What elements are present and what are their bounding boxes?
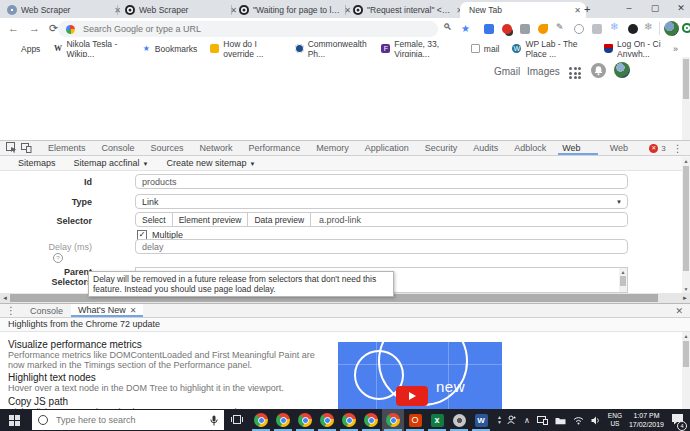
drawer-tab-whats-new[interactable]: What's New ✕ bbox=[71, 304, 143, 317]
browser-tab-2[interactable]: Web Scraper ✕ bbox=[120, 2, 242, 18]
whats-new-section-title[interactable]: Highlight text nodes bbox=[8, 372, 96, 383]
taskbar-chrome-icon-active[interactable] bbox=[382, 409, 404, 431]
devtools-tab-console[interactable]: Console bbox=[94, 141, 143, 155]
omnibox-input[interactable] bbox=[81, 23, 430, 35]
status-green-icon[interactable] bbox=[682, 23, 690, 33]
new-tab-button[interactable]: + bbox=[584, 3, 590, 15]
extension-icon-1[interactable] bbox=[484, 24, 494, 34]
images-link[interactable]: Images bbox=[527, 66, 560, 77]
darkmode-extension-icon[interactable] bbox=[628, 24, 638, 34]
browser-tab-4[interactable]: "Request interval" <--> "Pa ✕ bbox=[348, 2, 468, 18]
bookmark-mail[interactable]: mail bbox=[471, 44, 500, 54]
bookmark-apps[interactable]: Apps bbox=[8, 44, 40, 54]
scroll-down-icon[interactable]: ▼ bbox=[682, 286, 690, 292]
youtube-play-button[interactable] bbox=[396, 386, 428, 406]
error-badge-icon[interactable]: ✕ bbox=[649, 144, 658, 153]
data-preview-button[interactable]: Data preview bbox=[247, 212, 311, 227]
menu-sitemaps[interactable]: Sitemaps bbox=[18, 158, 56, 168]
drawer-close-icon[interactable]: ✕ bbox=[675, 306, 683, 316]
taskbar-chrome-icon-4[interactable] bbox=[316, 409, 338, 431]
devtools-tab-network[interactable]: Network bbox=[192, 141, 241, 155]
adblock-extension-icon[interactable] bbox=[502, 24, 512, 34]
whats-new-section-title[interactable]: Copy JS path bbox=[8, 396, 68, 407]
devtools-tab-elements[interactable]: Elements bbox=[40, 141, 94, 155]
forward-icon[interactable]: → bbox=[29, 22, 40, 34]
devtools-tab-audits[interactable]: Audits bbox=[465, 141, 506, 155]
browser-tab-new-tab[interactable]: New Tab ✕ bbox=[460, 2, 586, 18]
bookmark-star-icon[interactable]: ★ bbox=[461, 23, 470, 34]
snowflake-extension-icon[interactable]: ❄ bbox=[610, 21, 618, 32]
taskbar-excel-icon[interactable]: x bbox=[426, 409, 448, 431]
taskbar-search-input[interactable] bbox=[54, 414, 198, 426]
taskbar-search-box[interactable] bbox=[32, 410, 224, 430]
scrollbar-thumb[interactable] bbox=[620, 276, 626, 286]
menu-create-new-sitemap[interactable]: Create new sitemap▼ bbox=[167, 158, 256, 168]
zoom-icon[interactable]: 🔍︎ bbox=[443, 22, 452, 32]
wifi-icon[interactable] bbox=[573, 416, 584, 425]
eyedropper-extension-icon[interactable]: ✎ bbox=[556, 22, 564, 32]
microphone-icon[interactable] bbox=[210, 415, 218, 426]
devtools-scrollbar[interactable]: ▲ ▼ bbox=[682, 157, 690, 293]
task-view-icon[interactable] bbox=[231, 411, 243, 429]
bookmark-bookmarks-folder[interactable]: ★ Bookmarks bbox=[142, 44, 198, 54]
devtools-tab-memory[interactable]: Memory bbox=[308, 141, 357, 155]
profile-avatar[interactable] bbox=[664, 21, 679, 36]
bookmark-log-on-ci-anywhere[interactable]: Log On - Ci Anywh... bbox=[604, 39, 677, 59]
taskbar-chrome-icon-5[interactable] bbox=[338, 409, 360, 431]
taskbar-recorder-icon[interactable] bbox=[448, 409, 470, 431]
device-toolbar-icon[interactable] bbox=[21, 139, 32, 157]
devtools-tab-sources[interactable]: Sources bbox=[143, 141, 192, 155]
back-icon[interactable]: ← bbox=[8, 22, 19, 34]
extension-icon-4[interactable] bbox=[538, 24, 548, 34]
devtools-tab-security[interactable]: Security bbox=[417, 141, 466, 155]
scroll-up-icon[interactable]: ▲ bbox=[619, 269, 627, 275]
speaker-icon[interactable] bbox=[591, 416, 601, 425]
delay-field[interactable] bbox=[135, 239, 628, 254]
language-indicator[interactable]: ENG US bbox=[608, 412, 622, 428]
scroll-left-icon[interactable]: ◄ bbox=[2, 294, 8, 302]
element-preview-button[interactable]: Element preview bbox=[172, 212, 249, 227]
whats-new-section-title[interactable]: Visualize performance metrics bbox=[8, 339, 142, 350]
drawer-kebab-menu-icon[interactable]: ⋮ bbox=[6, 305, 16, 316]
taskbar-word-icon[interactable]: W bbox=[470, 409, 492, 431]
bookmark-wp-lab[interactable]: W WP Lab - The Place ... bbox=[512, 39, 591, 59]
id-input[interactable] bbox=[136, 177, 627, 187]
start-button[interactable] bbox=[9, 415, 20, 426]
scroll-up-icon[interactable]: ▲ bbox=[682, 158, 690, 164]
chevron-down-icon[interactable]: ▼ bbox=[497, 420, 502, 425]
extension-icon-7[interactable] bbox=[592, 24, 602, 34]
type-select[interactable]: Link ▼ bbox=[135, 194, 628, 209]
drawer-tab-console[interactable]: Console bbox=[22, 306, 71, 316]
listbox-scrollbar[interactable]: ▲ bbox=[619, 268, 627, 292]
menu-sitemap-accfinal[interactable]: Sitemap accfinal▼ bbox=[74, 158, 149, 168]
select-button[interactable]: Select bbox=[135, 212, 173, 227]
devtools-tab-adblock-plus[interactable]: Adblock Plus bbox=[506, 141, 554, 155]
clock[interactable]: 1:07 PM 17/02/2019 bbox=[629, 411, 664, 429]
selector-field[interactable] bbox=[310, 212, 628, 227]
bookmark-commonwealth[interactable]: Commonwealth Ph... bbox=[295, 39, 369, 59]
devtools-tab-performance[interactable]: Performance bbox=[241, 141, 309, 155]
window-close-button[interactable]: ✕ bbox=[672, 0, 690, 16]
taskbar-chrome-icon-6[interactable] bbox=[360, 409, 382, 431]
notification-bell-icon[interactable] bbox=[591, 63, 606, 78]
tab-close-icon[interactable]: ✕ bbox=[574, 6, 581, 15]
folder-icon[interactable] bbox=[555, 416, 566, 425]
window-minimize-button[interactable]: – bbox=[620, 0, 638, 16]
taskbar-office-icon[interactable]: O bbox=[404, 409, 426, 431]
extension-icon-6[interactable] bbox=[574, 24, 584, 34]
device-icon[interactable] bbox=[537, 416, 548, 425]
devtools-tab-web-scraper[interactable]: Web Scraper bbox=[554, 141, 602, 155]
google-account-avatar[interactable] bbox=[614, 62, 630, 78]
taskbar-chrome-icon-2[interactable] bbox=[272, 409, 294, 431]
tab-close-icon[interactable]: ✕ bbox=[130, 304, 137, 317]
taskbar-chrome-icon-1[interactable] bbox=[250, 409, 272, 431]
tray-expand-chevron-icon[interactable]: ∧ bbox=[524, 416, 530, 425]
browser-tab-3[interactable]: "Waiting for page to load" ✕ bbox=[234, 2, 356, 18]
devtools-kebab-menu-icon[interactable]: ⋮ bbox=[673, 143, 683, 154]
page-scrollbar[interactable] bbox=[682, 57, 690, 140]
window-maximize-button[interactable]: ▢ bbox=[646, 0, 664, 16]
gmail-link[interactable]: Gmail bbox=[494, 66, 520, 77]
delay-input[interactable] bbox=[136, 242, 627, 252]
devtools-tab-web-scraper-dev[interactable]: Web Scraper Dev bbox=[602, 141, 650, 155]
bookmarks-overflow-chevron[interactable]: » bbox=[673, 44, 678, 54]
